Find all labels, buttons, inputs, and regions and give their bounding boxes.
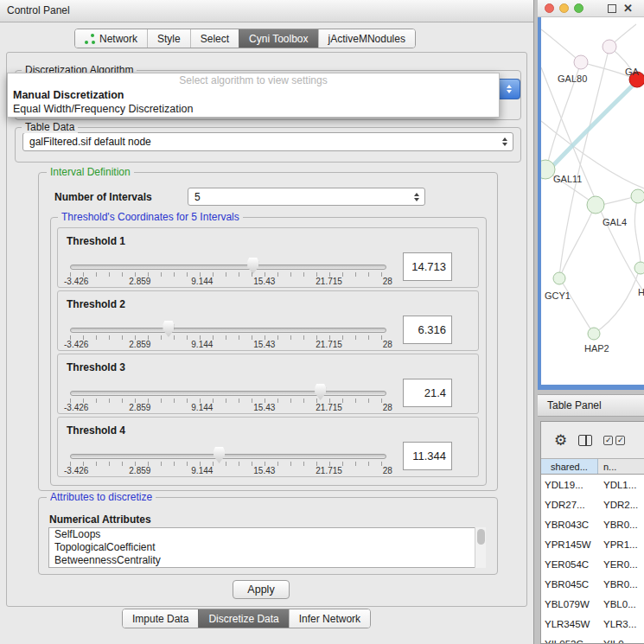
network-node[interactable] [603, 40, 616, 54]
tab-cyni-toolbox[interactable]: Cyni Toolbox [239, 29, 317, 48]
num-intervals-label: Number of Intervals [54, 191, 152, 203]
tick-label: 15.43 [253, 466, 275, 475]
slider-tick-labels: -3.4262.8599.14415.4321.71528 [64, 340, 392, 349]
node-label: GA [625, 67, 640, 77]
apply-button[interactable]: Apply [233, 580, 290, 599]
select-checks: ✓ ✓ [603, 436, 625, 445]
table-body: YDL19...YDL1...YDR27...YDR2...YBR043CYBR… [541, 475, 644, 643]
network-node[interactable] [588, 328, 600, 340]
tick-label: 21.715 [316, 277, 342, 286]
network-node[interactable] [631, 189, 644, 203]
column-header-name[interactable]: n... [598, 459, 644, 474]
table-row[interactable]: YDR27...YDR2... [541, 494, 644, 514]
tab-infer-network[interactable]: Infer Network [289, 609, 370, 628]
dropdown-option[interactable]: Equal Width/Frequency Discretization [8, 102, 499, 116]
network-edge[interactable] [634, 197, 641, 267]
combobox-arrows-icon[interactable] [414, 193, 419, 201]
network-graph[interactable]: GAL80GAGAL11GAL4GCY1HAP2H [541, 17, 644, 385]
gear-icon[interactable]: ⚙ [554, 433, 567, 448]
threshold-value-field[interactable]: 14.713 [403, 252, 452, 281]
mac-close-button[interactable] [545, 3, 554, 13]
combobox-arrows-icon[interactable] [502, 137, 507, 146]
network-canvas[interactable]: GAL80GAGAL11GAL4GCY1HAP2H [541, 17, 644, 385]
network-node[interactable] [634, 262, 644, 274]
table-row[interactable]: YLR345WYLR3... [541, 614, 644, 634]
tab-label: jActiveMNodules [328, 33, 405, 45]
algorithm-dropdown-popup: Select algorithm to view settings Manual… [7, 73, 500, 118]
tab-jactivemnodules[interactable]: jActiveMNodules [318, 29, 415, 48]
threshold-label: Threshold 3 [67, 361, 125, 373]
tick-label: 9.144 [191, 403, 213, 412]
columns-icon[interactable] [578, 435, 592, 446]
table-row[interactable]: YBR043CYBR0... [541, 514, 644, 534]
attribute-item[interactable]: SelfLoops [49, 528, 485, 541]
table-row[interactable]: YDL19...YDL1... [541, 475, 644, 494]
network-edge[interactable] [541, 74, 644, 178]
threshold-value-field[interactable]: 11.344 [403, 442, 452, 470]
list-scrollbar[interactable] [475, 527, 486, 568]
column-header-shared-name[interactable]: shared... [541, 459, 598, 474]
mac-zoom-button[interactable] [574, 3, 583, 13]
network-edge[interactable] [560, 206, 595, 277]
tick-label: -3.426 [64, 277, 88, 286]
tab-style[interactable]: Style [147, 29, 190, 48]
table-row[interactable]: YBR045CYBR0... [541, 574, 644, 594]
threshold-slider[interactable]: -3.4262.8599.14415.4321.71528 [70, 447, 386, 476]
table-row[interactable]: YER054CYER0... [541, 554, 644, 574]
combobox-arrows-icon[interactable] [498, 79, 520, 99]
node-label: GAL11 [553, 174, 582, 184]
attributes-list[interactable]: SelfLoopsTopologicalCoefficientBetweenne… [48, 527, 486, 568]
table-data-combobox[interactable]: galFiltered.sif default node [22, 132, 513, 151]
tick-label: -3.426 [64, 340, 88, 349]
slider-track[interactable] [70, 328, 386, 333]
network-node[interactable] [587, 196, 604, 214]
table-row[interactable]: YIL052CYIL0... [541, 634, 644, 643]
network-node[interactable] [574, 55, 588, 69]
network-edge[interactable] [560, 279, 593, 333]
checkbox-icon[interactable]: ✓ [615, 436, 625, 445]
table-row[interactable]: YBL079WYBL0... [541, 594, 644, 614]
threshold-slider[interactable]: -3.4262.8599.14415.4321.71528 [70, 258, 386, 287]
cell-shared-name: YBL079W [541, 599, 598, 609]
bottom-tabbar: Impute DataDiscretize DataInfer Network [122, 609, 371, 628]
threshold-value-field[interactable]: 21.4 [403, 379, 452, 407]
network-node[interactable] [553, 272, 565, 284]
table-row[interactable]: YPR145WYPR1... [541, 534, 644, 554]
scrollbar-thumb[interactable] [477, 529, 485, 545]
float-panel-icon[interactable] [608, 4, 616, 13]
threshold-block: Threshold 2 -3.4262.8599.14415.4321.7152… [57, 290, 479, 351]
tick-label: 15.43 [253, 277, 275, 286]
window-controls [545, 3, 583, 13]
tab-network[interactable]: Network [75, 29, 147, 48]
cell-name: YDL1... [598, 480, 644, 490]
tab-impute-data[interactable]: Impute Data [123, 609, 198, 628]
tick-label: 28 [383, 466, 392, 475]
threshold-slider[interactable]: -3.4262.8599.14415.4321.71528 [70, 321, 386, 350]
attribute-item[interactable]: BetweennessCentrality [49, 554, 485, 567]
slider-track[interactable] [70, 265, 386, 270]
cell-name: YIL0... [598, 639, 644, 644]
slider-track[interactable] [70, 454, 386, 459]
tab-discretize-data[interactable]: Discretize Data [198, 609, 288, 628]
checkbox-icon[interactable]: ✓ [603, 436, 613, 445]
num-intervals-combobox[interactable]: 5 [188, 188, 425, 206]
tab-select[interactable]: Select [190, 29, 239, 48]
slider-tick-labels: -3.4262.8599.14415.4321.71528 [64, 466, 392, 475]
cell-shared-name: YLR345W [541, 619, 598, 629]
threshold-block: Threshold 1 -3.4262.8599.14415.4321.7152… [57, 227, 479, 288]
mac-minimize-button[interactable] [559, 3, 569, 13]
table-header: shared... n... [541, 458, 644, 475]
attributes-group-label: Attributes to discretize [47, 491, 156, 503]
cell-shared-name: YDR27... [541, 500, 598, 510]
control-panel-tabbar: NetworkStyleSelectCyni ToolboxjActiveMNo… [74, 29, 416, 48]
network-edge[interactable] [594, 269, 640, 334]
close-panel-icon[interactable]: ✕ [623, 2, 633, 15]
threshold-value-field[interactable]: 6.316 [403, 316, 452, 344]
dropdown-option[interactable]: Manual Discretization [8, 88, 499, 102]
network-window: ✕ GAL80GAGAL11GAL4GCY1HAP2H [538, 0, 644, 390]
threshold-slider[interactable]: -3.4262.8599.14415.4321.71528 [70, 384, 386, 413]
network-edge[interactable] [541, 29, 581, 62]
slider-track[interactable] [70, 391, 386, 396]
cell-name: YPR1... [598, 539, 644, 550]
attribute-item[interactable]: TopologicalCoefficient [49, 541, 485, 554]
